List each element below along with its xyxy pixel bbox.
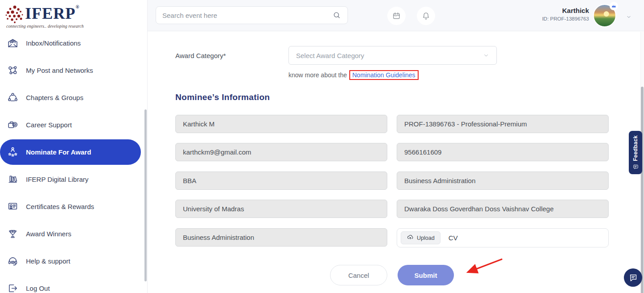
- nominee-phone-field: 9566161609: [397, 143, 609, 161]
- nominee-college-field: Dwaraka Doss Goverdhan Doss Vaishnav Col…: [397, 200, 609, 218]
- page-scrollbar-thumb[interactable]: [641, 87, 644, 293]
- sidebar-item-career-support[interactable]: Career Support: [0, 111, 147, 138]
- feedback-icon: [633, 164, 639, 170]
- award-category-label: Award Category*: [175, 52, 226, 59]
- award-category-select[interactable]: Select Award Category: [288, 46, 497, 65]
- sidebar-item-label: Certificates & Rewards: [26, 203, 94, 210]
- calendar-button[interactable]: [387, 7, 406, 25]
- career-icon: [7, 119, 18, 131]
- calendar-icon: [392, 11, 401, 21]
- sidebar-item-inbox-notifications[interactable]: Inbox/Notifications: [0, 29, 147, 57]
- sidebar-item-nominate-for-award[interactable]: Nominate For Award: [0, 139, 141, 165]
- event-search-box: [156, 6, 348, 24]
- crown-icon: [611, 4, 616, 8]
- iferp-logo[interactable]: IFERP® connecting engineers.. developing…: [0, 0, 147, 29]
- search-input[interactable]: [162, 12, 332, 19]
- award-category-placeholder: Select Award Category: [296, 52, 364, 59]
- nominee-specialization-field: Business Administration: [175, 228, 387, 247]
- nomination-guidelines-link[interactable]: Nomination Guidelines: [349, 70, 419, 80]
- registered-mark: ®: [76, 4, 80, 9]
- sidebar-scrollbar[interactable]: [144, 109, 147, 281]
- cv-field-label: CV: [449, 234, 458, 242]
- upload-button-label: Upload: [417, 235, 435, 241]
- sidebar-item-award-winners[interactable]: Award Winners: [0, 220, 147, 247]
- network-icon: [7, 65, 18, 76]
- logout-icon: [7, 283, 18, 293]
- notifications-button[interactable]: [417, 7, 435, 25]
- user-id: ID: PROF-13896763: [542, 16, 589, 21]
- brand-name: IFERP®: [25, 4, 80, 23]
- upload-button[interactable]: Upload: [401, 231, 441, 244]
- user-name: Karthick: [542, 6, 589, 15]
- sidebar-item-label: Help & support: [26, 257, 70, 265]
- library-icon: [7, 174, 18, 185]
- sidebar-item-label: Career Support: [26, 121, 72, 129]
- sidebar: IFERP® connecting engineers.. developing…: [0, 0, 148, 293]
- certificate-icon: [7, 201, 18, 213]
- nominee-email-field: karthckm9@gmail.com: [175, 143, 387, 161]
- membership-id-field: PROF-13896763 - Professional-Premium: [397, 115, 609, 133]
- chevron-down-icon: [625, 14, 632, 20]
- premium-crown-badge: [610, 2, 618, 10]
- user-avatar[interactable]: [593, 4, 616, 27]
- nominee-university-field: University of Madras: [175, 200, 387, 218]
- cv-upload-field: Upload CV: [397, 228, 609, 247]
- nomination-form: Award Category* Select Award Category kn…: [148, 32, 644, 293]
- feedback-tab-label: Feedback: [632, 135, 639, 161]
- sidebar-item-label: IFERP Digital Library: [26, 176, 89, 183]
- sidebar-item-label: My Post and Networks: [26, 67, 93, 74]
- top-header: Karthick ID: PROF-13896763: [148, 0, 644, 31]
- user-info[interactable]: Karthick ID: PROF-13896763: [542, 6, 589, 21]
- guidelines-help-text: know more about the Nomination Guideline…: [288, 70, 419, 80]
- submit-button[interactable]: Submit: [398, 265, 454, 285]
- nominate-award-icon: [7, 146, 18, 158]
- annotation-arrow: [458, 255, 510, 278]
- sidebar-item-label: Chapters & Groups: [26, 94, 83, 101]
- nominee-degree-field: BBA: [175, 172, 387, 190]
- sidebar-item-chapters-groups[interactable]: Chapters & Groups: [0, 84, 147, 111]
- profile-menu-chevron[interactable]: [625, 13, 632, 19]
- sidebar-item-label: Award Winners: [26, 230, 71, 238]
- nominee-information-title: Nominee’s Information: [175, 92, 270, 102]
- sidebar-nav: Inbox/Notifications My Post and Networks…: [0, 29, 147, 293]
- chat-fab-button[interactable]: [624, 268, 642, 287]
- sidebar-item-label: Nominate For Award: [26, 148, 91, 156]
- brand-tagline: connecting engineers.. developing resear…: [6, 24, 147, 29]
- sidebar-item-label: Inbox/Notifications: [26, 39, 81, 47]
- cancel-button[interactable]: Cancel: [330, 265, 387, 285]
- sidebar-item-iferp-digital-library[interactable]: IFERP Digital Library: [0, 166, 147, 193]
- search-icon[interactable]: [332, 11, 341, 20]
- nominee-name-field: Karthick M: [175, 115, 387, 133]
- sidebar-item-log-out[interactable]: Log Out: [0, 275, 147, 293]
- trophy-icon: [7, 228, 18, 240]
- sidebar-item-help-support[interactable]: Help & support: [0, 247, 147, 275]
- inbox-icon: [7, 38, 18, 49]
- bell-icon: [421, 11, 431, 21]
- upload-cloud-icon: [407, 234, 414, 242]
- select-chevron-icon: [483, 52, 489, 59]
- iferp-logo-dots-icon: [4, 4, 25, 24]
- sidebar-item-certificates-rewards[interactable]: Certificates & Rewards: [0, 193, 147, 220]
- guidelines-prefix: know more about the: [288, 71, 347, 79]
- groups-icon: [7, 92, 18, 104]
- sidebar-item-my-post-and-networks[interactable]: My Post and Networks: [0, 57, 147, 84]
- feedback-tab[interactable]: Feedback: [629, 131, 642, 174]
- chat-bubble-icon: [628, 273, 638, 283]
- headset-icon: [7, 255, 18, 267]
- nominee-department-field: Business Administration: [397, 172, 609, 190]
- sidebar-item-label: Log Out: [26, 285, 50, 292]
